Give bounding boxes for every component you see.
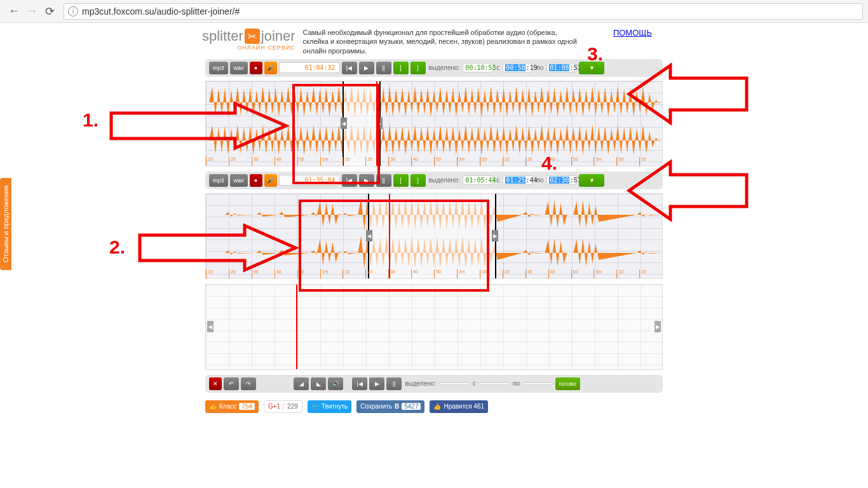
vk-share-button[interactable]: Сохранить В 5427 (356, 400, 424, 413)
fb-like-button[interactable]: 👍 Нравится 461 (430, 400, 488, 413)
pause-button[interactable]: || (376, 174, 391, 187)
to-label: по (536, 177, 543, 184)
back-button[interactable]: ← (5, 3, 23, 20)
record-button[interactable]: ● (250, 62, 262, 74)
to-value[interactable]: 01:08:53 (546, 63, 577, 72)
time-display: 01:04:32 (279, 62, 340, 73)
result-panel[interactable]: ◀ ▶ (205, 284, 663, 370)
reload-button[interactable]: ⟳ (41, 3, 58, 20)
handle-left-icon[interactable]: ◀ (207, 321, 214, 332)
play-button[interactable]: ▶ (369, 377, 384, 390)
selected-value: 00:10:53 (463, 63, 493, 72)
to-value[interactable] (523, 383, 553, 385)
main-panel: mp3 wav ● 🎤 01:04:32 |◀ ▶ || [ ] выделен… (205, 59, 663, 417)
ready-button[interactable]: готово (555, 377, 580, 390)
help-link[interactable]: ПОМОЩЬ (613, 28, 652, 37)
browser-bar: ← → ⟳ i mp3cut.foxcom.su/audio-splitter-… (0, 0, 868, 23)
selection-track2[interactable]: ◀ ▶ (368, 194, 496, 278)
redo-button[interactable]: ↷ (241, 377, 256, 390)
selection-track1[interactable]: ◀ ▶ (342, 81, 381, 166)
to-label: по (536, 64, 543, 71)
annotation-2: 2. (109, 236, 125, 258)
social-bar: 👍 Класс 754 G+1 229 🐦 Твитнуть Сохранить… (205, 396, 663, 417)
selected-value: 01:05:44 (463, 175, 493, 185)
forward-button[interactable]: → (23, 3, 41, 20)
time-display: 01:35:84 (279, 175, 340, 186)
fadein-button[interactable]: ◢ (294, 377, 309, 390)
prev-button[interactable]: |◀ (342, 62, 357, 74)
from-label: с (473, 380, 476, 387)
handle-right-icon[interactable]: ▶ (492, 230, 498, 241)
selected-label: выделено: (429, 64, 460, 71)
logo: splitter ✂ joiner ОНЛАЙН СЕРВИС (202, 28, 295, 51)
from-label: с (496, 64, 499, 71)
page-header: splitter ✂ joiner ОНЛАЙН СЕРВИС Самый не… (0, 23, 868, 59)
ruler: 10203040501m10203040502m10203040503m1020 (206, 269, 662, 278)
playhead-cursor[interactable] (296, 285, 297, 369)
bracket-left-button[interactable]: [ (393, 174, 409, 187)
format-mp3-button[interactable]: mp3 (209, 62, 228, 74)
from-label: с (496, 177, 499, 184)
description: Самый необходимый функционал для простей… (303, 28, 583, 55)
waveform-track2[interactable]: ◀ ▶ 10203040501m10203040502m10203040503m… (205, 193, 663, 279)
format-wav-button[interactable]: wav (230, 62, 248, 74)
playhead-cursor[interactable] (389, 194, 390, 278)
prev-button[interactable]: |◀ (342, 174, 357, 187)
toolbar-track1: mp3 wav ● 🎤 01:04:32 |◀ ▶ || [ ] выделен… (205, 59, 663, 77)
selected-label: выделено: (429, 177, 460, 184)
url-text: mp3cut.foxcom.su/audio-splitter-joiner/# (82, 6, 240, 17)
ruler: 10203040501m10203040502m10203040503m1020 (206, 157, 662, 166)
logo-text-splitter: splitter (202, 28, 243, 44)
pause-button[interactable]: || (386, 377, 402, 390)
url-bar[interactable]: i mp3cut.foxcom.su/audio-splitter-joiner… (64, 3, 863, 20)
format-wav-button[interactable]: wav (230, 174, 248, 187)
handle-left-icon[interactable]: ◀ (366, 230, 372, 241)
to-value[interactable]: 02:30:57 (546, 175, 577, 185)
selected-value (439, 383, 470, 385)
fadeout-button[interactable]: ◣ (311, 377, 326, 390)
from-value[interactable] (479, 383, 510, 385)
add-down-button[interactable]: ▼ (579, 62, 604, 74)
waveform-track1[interactable]: ◀ ▶ 10203040501m10203040502m10203040503m… (205, 81, 663, 166)
mic-button[interactable]: 🎤 (264, 174, 277, 187)
volume-button[interactable]: 🔊 (328, 377, 343, 390)
scissors-icon: ✂ (245, 29, 260, 44)
play-button[interactable]: ▶ (359, 62, 374, 74)
annotation-1: 1. (83, 109, 98, 131)
logo-subtitle: ОНЛАЙН СЕРВИС (237, 44, 295, 51)
prev-button[interactable]: |◀ (352, 377, 367, 390)
pause-button[interactable]: || (376, 62, 391, 74)
playhead-cursor[interactable] (376, 81, 377, 166)
gplus-share-button[interactable]: G+1 229 (264, 400, 302, 413)
handle-right-icon[interactable]: ▶ (654, 321, 661, 332)
ok-share-button[interactable]: 👍 Класс 754 (205, 400, 259, 413)
wave-left (206, 84, 662, 121)
from-value[interactable]: 00:58:19 (503, 63, 533, 72)
record-button[interactable]: ● (250, 174, 262, 187)
selected-label: выделено: (405, 380, 436, 387)
feedback-tab[interactable]: Отзывы и предложения (0, 178, 11, 270)
bracket-left-button[interactable]: [ (393, 62, 409, 74)
from-value[interactable]: 01:25:44 (503, 175, 533, 185)
toolbar-result: ✕ ↶ ↷ ◢ ◣ 🔊 |◀ ▶ || выделено: с по готов… (205, 375, 663, 393)
play-button[interactable]: ▶ (359, 174, 374, 187)
toolbar-track2: mp3 wav ● 🎤 01:35:84 |◀ ▶ || [ ] выделен… (205, 172, 663, 189)
delete-button[interactable]: ✕ (209, 377, 222, 390)
bracket-right-button[interactable]: ] (410, 174, 426, 187)
undo-button[interactable]: ↶ (224, 377, 239, 390)
bracket-right-button[interactable]: ] (410, 62, 426, 74)
handle-left-icon[interactable]: ◀ (341, 118, 347, 129)
wave-right (206, 122, 662, 159)
mic-button[interactable]: 🎤 (264, 62, 277, 74)
grid (206, 285, 662, 369)
add-down-button[interactable]: ▼ (579, 174, 604, 187)
twitter-share-button[interactable]: 🐦 Твитнуть (308, 400, 351, 413)
info-icon[interactable]: i (68, 6, 78, 17)
format-mp3-button[interactable]: mp3 (209, 174, 228, 187)
to-label: по (513, 380, 520, 387)
logo-text-joiner: joiner (261, 28, 295, 44)
